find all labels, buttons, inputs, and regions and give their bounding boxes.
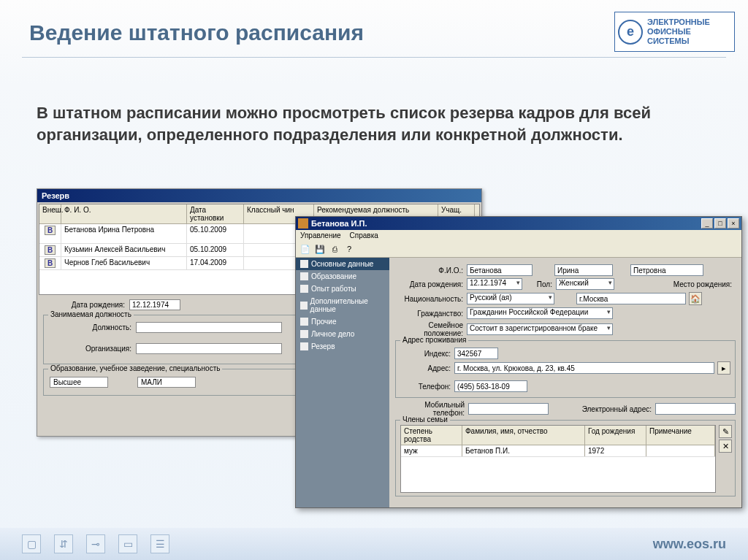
org-label: Организация: [50,345,136,353]
exp-icon [300,285,308,293]
sidebar-label: Личное дело [311,330,354,338]
ext-badge[interactable]: В [45,226,56,235]
sidebar-item-reserve[interactable]: Резерв [296,340,389,353]
sidebar-label: Основные данные [311,260,373,268]
logo-icon: е [618,20,643,45]
marital-select[interactable]: Состоит в зарегистрированном браке [467,323,613,335]
ext-badge[interactable]: В [45,258,56,268]
reserve-icon [300,342,308,350]
sex-label: Пол: [522,280,556,288]
address-nav-icon[interactable]: ▸ [717,361,730,375]
nationality-label: Национальность: [395,295,467,303]
edu-legend: Образование, учебное заведение, специаль… [48,364,222,372]
print-button[interactable]: ⎙ [328,242,341,256]
position-label: Должность: [50,323,136,331]
family-grid[interactable]: Степень родства Фамилия, имя, отчество Г… [400,425,716,493]
titlebar[interactable]: Бетанова И.П. _ □ × [296,217,741,230]
col-note[interactable]: Примечание [646,426,715,445]
sidebar-item-personal[interactable]: Личное дело [296,328,389,340]
address-label: Адрес: [400,364,454,372]
window-title: Бетанова И.П. [311,219,700,228]
sidebar-item-main[interactable]: Основные данные [296,258,389,270]
footer: ▢ ⇵ ⊸ ▭ ☰ www.eos.ru [0,528,748,560]
index-label: Индекс: [400,350,454,358]
midname-input[interactable] [630,264,703,276]
col-year[interactable]: Год рождения [585,426,646,445]
footer-icon-1[interactable]: ▢ [22,534,41,553]
org-input[interactable] [136,343,282,354]
new-button[interactable]: 📄 [299,242,312,256]
maximize-button[interactable]: □ [714,218,726,229]
birthplace-input[interactable] [576,293,686,304]
family-delete-button[interactable]: ✕ [719,440,732,453]
citizenship-select[interactable]: Гражданин Российской Федерации [467,307,613,319]
email-input[interactable] [655,403,736,415]
sidebar-item-additional[interactable]: Дополнительные данные [296,295,389,315]
edu-institution: МАЛИ [137,377,196,388]
app-icon [298,218,308,229]
cell-fio: Чернов Глеб Васильевич [61,257,187,269]
sex-select[interactable]: Женский [556,278,614,290]
col-ext[interactable]: Внеш. [39,204,61,223]
sidebar-label: Дополнительные данные [310,297,385,313]
slide-title: Ведение штатного расписания [29,20,364,45]
sidebar-item-education[interactable]: Образование [296,270,389,283]
sidebar: Основные данные Образование Опыт работы … [296,258,389,507]
footer-icon-2[interactable]: ⇵ [54,534,73,553]
address-input[interactable] [454,362,714,374]
firstname-input[interactable] [554,264,613,276]
fio-label: Ф.И.О.: [395,266,467,275]
col-name[interactable]: Фамилия, имя, отчество [462,426,585,445]
cell-fio: Бетанова Ирина Петровна [61,224,187,243]
phone-input[interactable] [454,380,527,392]
family-row[interactable]: муж Бетанов П.И. 1972 [401,445,715,457]
brand-logo: е ЭЛЕКТРОННЫЕ ОФИСНЫЕ СИСТЕМЫ [614,12,735,52]
sidebar-label: Прочие [311,318,336,326]
doc-icon [300,260,308,268]
cell-year: 1972 [585,445,646,456]
family-legend: Члены семьи [400,415,450,423]
col-date[interactable]: Дата установки [187,204,244,223]
menu-bar: Управление Справка [296,230,741,241]
menu-manage[interactable]: Управление [300,231,341,239]
position-input[interactable] [136,322,282,333]
close-button[interactable]: × [728,218,739,229]
dob-input[interactable] [129,299,180,310]
footer-icon-4[interactable]: ▭ [118,534,137,553]
ext-badge[interactable]: В [45,245,56,255]
footer-icon-5[interactable]: ☰ [150,534,169,553]
nationality-select[interactable]: Русский (ая) [467,293,554,304]
dob-label: Дата рождения: [395,280,467,288]
sidebar-label: Резерв [311,342,335,350]
sidebar-item-experience[interactable]: Опыт работы [296,283,389,295]
edu-level: Высшее [50,377,108,388]
mobile-input[interactable] [468,403,549,415]
help-button[interactable]: ? [343,242,356,256]
folder-icon [300,330,308,338]
col-relation[interactable]: Степень родства [401,426,462,445]
sidebar-item-other[interactable]: Прочие [296,315,389,328]
person-detail-window: Бетанова И.П. _ □ × Управление Справка 📄… [295,216,742,508]
detail-panel: Ф.И.О.: Дата рождения: 12.12.1974 Пол: Ж… [389,258,741,507]
save-button[interactable]: 💾 [313,242,327,256]
dob-label: Дата рождения: [43,301,129,309]
logo-line1: ЭЛЕКТРОННЫЕ [647,18,710,27]
logo-line3: СИСТЕМЫ [647,37,710,46]
footer-icon-3[interactable]: ⊸ [86,534,105,553]
lastname-input[interactable] [467,264,533,276]
footer-link[interactable]: www.eos.ru [653,537,726,552]
cell-fio: Кузьмин Алексей Васильевич [61,244,187,256]
other-icon [300,318,308,326]
dob-select[interactable]: 12.12.1974 [467,278,522,290]
cell-relation: муж [401,445,462,456]
col-fio[interactable]: Ф. И. О. [61,204,187,223]
minimize-button[interactable]: _ [701,218,713,229]
index-input[interactable] [454,348,498,359]
menu-help[interactable]: Справка [350,231,378,239]
sidebar-label: Опыт работы [311,285,356,293]
add-icon [300,302,308,310]
mobile-label: Мобильный телефон: [395,401,468,417]
toolbar: 📄 💾 ⎙ ? [296,241,741,258]
home-icon[interactable]: 🏠 [689,292,702,305]
family-edit-button[interactable]: ✎ [719,425,732,438]
